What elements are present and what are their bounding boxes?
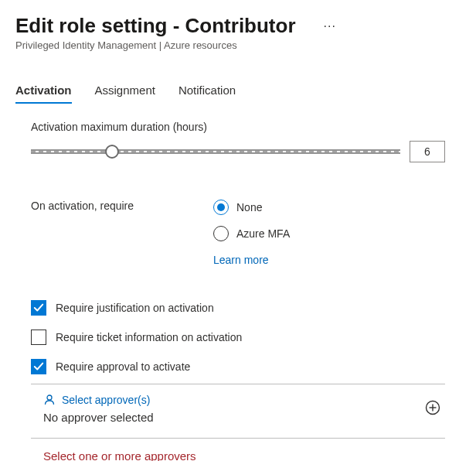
select-approvers-link[interactable]: Select approver(s) xyxy=(43,394,154,406)
check-label: Require approval to activate xyxy=(56,360,190,373)
approvers-status: No approver selected xyxy=(43,411,154,424)
tabs: Activation Assignment Notification xyxy=(15,79,461,104)
learn-more-link[interactable]: Learn more xyxy=(213,254,290,266)
check-require-justification[interactable]: Require justification on activation xyxy=(31,300,445,316)
require-label: On activation, require xyxy=(31,200,213,212)
more-icon[interactable]: ··· xyxy=(319,19,341,33)
radio-azure-mfa[interactable]: Azure MFA xyxy=(213,226,290,241)
person-icon xyxy=(43,394,56,406)
svg-point-0 xyxy=(47,395,52,400)
check-require-ticket[interactable]: Require ticket information on activation xyxy=(31,330,445,345)
checkbox-checked-icon xyxy=(31,300,46,316)
approvers-error: Select one or more approvers xyxy=(31,449,445,461)
duration-value-input[interactable]: 6 xyxy=(410,141,445,162)
check-require-approval[interactable]: Require approval to activate xyxy=(31,359,445,374)
radio-none[interactable]: None xyxy=(213,200,290,215)
check-label: Require ticket information on activation xyxy=(56,331,242,343)
duration-slider[interactable] xyxy=(31,145,400,159)
checkbox-checked-icon xyxy=(31,359,46,374)
add-approver-icon[interactable] xyxy=(425,400,440,415)
tab-activation[interactable]: Activation xyxy=(15,79,72,103)
radio-label: None xyxy=(236,201,262,213)
require-radio-group: None Azure MFA Learn more xyxy=(213,200,290,266)
page-title: Edit role setting - Contributor xyxy=(15,14,296,38)
divider xyxy=(31,438,445,439)
tab-assignment[interactable]: Assignment xyxy=(95,79,155,103)
slider-thumb[interactable] xyxy=(105,145,119,159)
radio-circle-icon xyxy=(213,226,229,241)
radio-circle-checked-icon xyxy=(213,200,229,215)
approvers-heading: Select approver(s) xyxy=(62,394,150,406)
tab-notification[interactable]: Notification xyxy=(178,79,236,103)
duration-label: Activation maximum duration (hours) xyxy=(31,121,445,133)
slider-track xyxy=(31,149,400,154)
checkbox-icon xyxy=(31,330,46,345)
check-label: Require justification on activation xyxy=(56,302,214,314)
breadcrumb: Privileged Identity Management | Azure r… xyxy=(15,39,461,51)
radio-label: Azure MFA xyxy=(236,227,290,240)
